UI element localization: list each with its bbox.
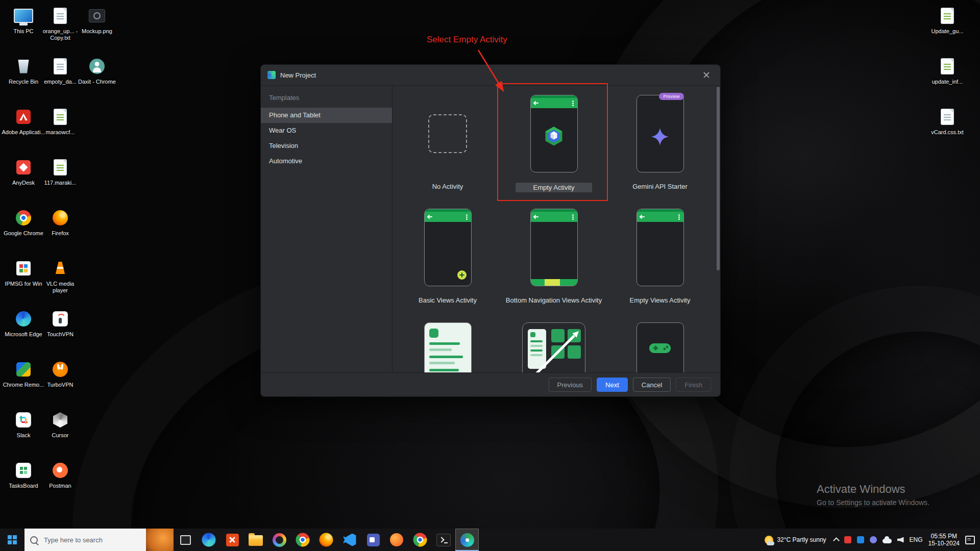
taskbar-search[interactable]	[24, 529, 174, 551]
taskbar-app-android-studio[interactable]	[455, 529, 479, 551]
language-indicator[interactable]: ENG	[910, 536, 923, 543]
tray-app-icon-blue[interactable]	[857, 536, 864, 543]
no-activity-art	[428, 114, 467, 153]
ipmsg-icon	[16, 261, 31, 276]
template-card-bottom-navigation-views-activity[interactable]: Bottom Navigation Views Activity	[501, 199, 607, 313]
compose-logo-icon	[543, 126, 565, 150]
clock[interactable]: 05:55 PM 15-10-2024	[928, 533, 960, 547]
basic-views-art	[424, 209, 472, 286]
desktop-icon-daxit-chrome[interactable]: Daxit - Chrome	[75, 54, 119, 103]
taskbar-app-opera[interactable]	[385, 529, 408, 551]
desktop-icon-label: Update_gu...	[932, 28, 964, 35]
windows-logo-icon	[8, 535, 12, 539]
sidebar-item-automotive[interactable]: Automotive	[261, 154, 392, 169]
template-grid: No Activity	[395, 86, 713, 372]
template-card-partial-navigation[interactable]	[501, 313, 607, 372]
taskbar-app-edge[interactable]	[197, 529, 220, 551]
desktop-icon-update-inf[interactable]: update_inf...	[925, 54, 970, 103]
onedrive-icon[interactable]	[883, 539, 892, 543]
desktop-icon-maraowcf[interactable]: maraowcf...	[38, 104, 83, 153]
firefox-icon	[53, 210, 68, 226]
bottom-nav-art	[530, 209, 578, 286]
desktop-icon-vlc[interactable]: VLC media player	[38, 256, 83, 305]
template-card-no-activity[interactable]: No Activity	[395, 86, 501, 199]
taskbar-app-vscode[interactable]	[338, 529, 361, 551]
taskbar-app-teams[interactable]	[361, 529, 385, 551]
weather-widget[interactable]: 32°C Partly sunny	[763, 536, 828, 544]
template-card-partial-list[interactable]	[395, 313, 501, 372]
finish-button[interactable]: Finish	[676, 378, 711, 392]
diagonal-arrow-icon	[523, 323, 585, 372]
navigation-template-art	[522, 322, 585, 372]
text-file-icon	[941, 109, 953, 124]
tray-expand-icon[interactable]	[833, 537, 840, 544]
taskbar-app-orange[interactable]	[220, 529, 244, 551]
start-button[interactable]	[0, 529, 24, 551]
cancel-button[interactable]: Cancel	[633, 378, 671, 392]
desktop-icon-label: maraowcf...	[46, 129, 75, 136]
template-card-empty-views-activity[interactable]: Empty Views Activity	[607, 199, 713, 313]
template-card-basic-views-activity[interactable]: Basic Views Activity	[395, 199, 501, 313]
desktop-icon-label: AnyDesk	[12, 180, 35, 186]
sidebar-item-television[interactable]: Television	[261, 138, 392, 154]
back-arrow-icon	[641, 216, 645, 217]
desktop-icon-cursor[interactable]: Cursor	[38, 407, 83, 456]
sidebar-item-phone-and-tablet[interactable]: Phone and Tablet	[261, 108, 392, 123]
templates-sidebar: Templates Phone and Tablet Wear OS Telev…	[261, 86, 393, 372]
list-template-art	[424, 322, 472, 372]
dialog-title: New Project	[280, 71, 316, 79]
desktop-icon-vcard-css[interactable]: vCard.css.txt	[925, 104, 970, 153]
fab-plus-icon	[457, 270, 467, 280]
taskbar-app-chrome[interactable]	[291, 529, 314, 551]
template-label: Bottom Navigation Views Activity	[506, 296, 602, 304]
desktop-icon-label: vCard.css.txt	[931, 129, 964, 136]
android-studio-logo-icon	[267, 71, 276, 79]
adobe-icon	[16, 110, 31, 124]
overflow-menu-icon	[678, 216, 680, 218]
desktop-icon-117-maraki[interactable]: 117.maraki...	[38, 155, 83, 204]
task-view-button[interactable]	[174, 529, 197, 551]
search-highlight-image[interactable]	[146, 529, 174, 551]
game-template-art	[636, 322, 684, 372]
text-file-icon	[54, 109, 66, 124]
volume-icon[interactable]	[897, 537, 904, 543]
template-card-partial-game[interactable]	[607, 313, 713, 372]
next-button[interactable]: Next	[597, 378, 628, 392]
desktop-icon-label: TasksBoard	[9, 483, 38, 489]
sidebar-header: Templates	[261, 88, 392, 108]
tray-teams-icon[interactable]	[870, 536, 877, 543]
tasksboard-icon	[16, 463, 31, 478]
desktop-icon-turbovpn[interactable]: TurboVPN	[38, 357, 83, 406]
taskbar-app-file-explorer[interactable]	[244, 529, 267, 551]
firefox-icon	[320, 533, 333, 547]
desktop-icon-update-gu[interactable]: Update_gu...	[925, 3, 970, 52]
text-file-icon	[941, 8, 953, 23]
taskbar-app-photos[interactable]	[267, 529, 291, 551]
desktop-icon-mockup-png[interactable]: Mockup.png	[75, 3, 119, 52]
taskbar-app-chrome-2[interactable]	[408, 529, 432, 551]
template-label: Basic Views Activity	[419, 296, 477, 304]
scrollbar[interactable]	[717, 87, 720, 270]
template-card-empty-activity[interactable]: Empty Activity	[501, 86, 607, 199]
tray-app-icon-red[interactable]	[844, 536, 851, 543]
desktop-icon-postman[interactable]: Postman	[38, 458, 83, 507]
template-card-gemini-api-starter[interactable]: Preview Gem	[607, 86, 713, 199]
sidebar-item-wear-os[interactable]: Wear OS	[261, 123, 392, 138]
back-arrow-icon	[534, 216, 538, 217]
taskbar-app-firefox[interactable]	[314, 529, 338, 551]
desktop-icon-label: Postman	[49, 483, 71, 489]
notification-center-icon[interactable]	[965, 536, 975, 544]
turbovpn-icon	[53, 362, 68, 377]
desktop-icon-label: This PC	[13, 28, 33, 35]
previous-button[interactable]: Previous	[549, 378, 592, 392]
desktop-icon-touchvpn[interactable]: TouchVPN	[38, 306, 83, 355]
search-input[interactable]	[43, 536, 127, 544]
touchvpn-icon	[53, 312, 67, 326]
desktop-icon-label: 117.maraki...	[44, 180, 77, 186]
chrome-icon	[413, 533, 427, 547]
taskbar-app-terminal[interactable]	[432, 529, 455, 551]
desktop-icon-label: Mockup.png	[82, 28, 112, 35]
close-icon[interactable]	[699, 68, 714, 82]
anydesk-icon	[16, 160, 31, 174]
desktop-icon-firefox[interactable]: Firefox	[38, 205, 83, 254]
